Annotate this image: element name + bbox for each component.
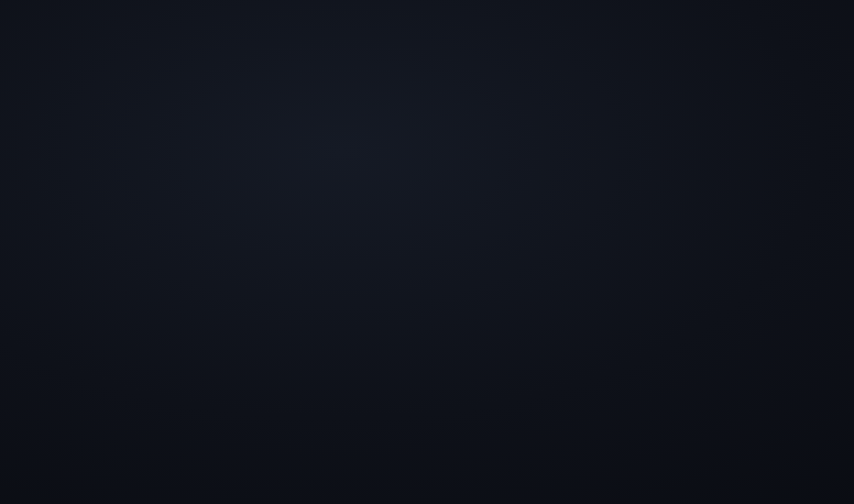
chart-canvas[interactable] [0, 0, 854, 504]
trading-chart-app [0, 0, 854, 504]
